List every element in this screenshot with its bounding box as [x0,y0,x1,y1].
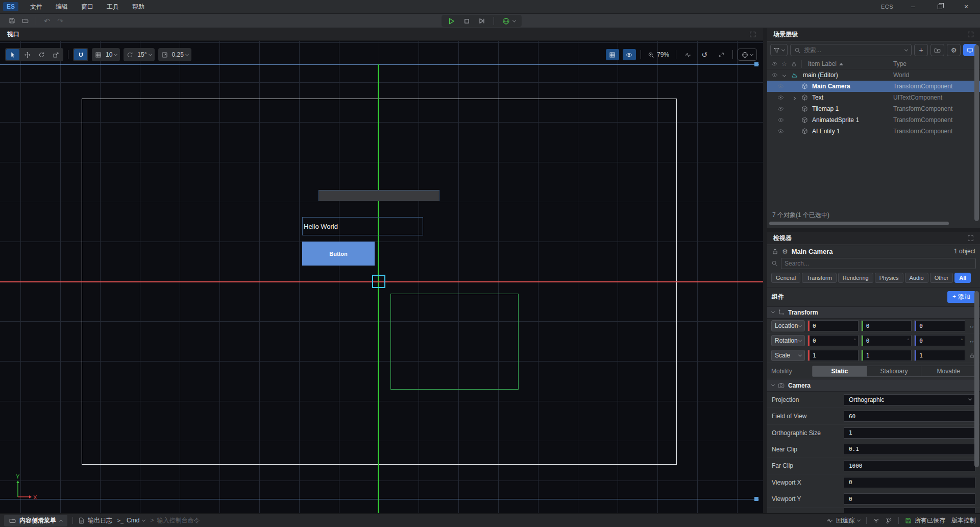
location-y-input[interactable]: 0 [861,320,912,331]
hierarchy-row-text[interactable]: Text UITextComponent [767,92,980,103]
tab-general[interactable]: General [771,273,800,283]
save-status-button[interactable]: 所有已保存 [905,516,945,525]
scale-z-input[interactable]: 1 [914,350,965,361]
hierarchy-search[interactable] [790,44,912,56]
bounds-handle[interactable] [754,62,758,66]
tab-audio[interactable]: Audio [905,273,928,283]
collapse-chevron[interactable] [783,71,786,79]
tab-transform[interactable]: Transform [802,273,837,283]
ui-button-object[interactable]: Button [302,242,375,266]
vertical-scrollbar[interactable] [974,291,979,467]
expand-panel-button[interactable] [967,31,974,38]
visibility-eye-icon[interactable] [777,128,784,135]
menu-help[interactable]: 帮助 [126,1,151,13]
visibility-eye-icon[interactable] [777,117,784,124]
add-folder-button[interactable] [930,44,944,56]
scale-y-input[interactable]: 1 [861,350,912,361]
play-button[interactable] [448,17,455,25]
scene-canvas[interactable]: 10 15° 0.25 [0,41,763,513]
cmd-dropdown[interactable]: >_ Cmd [117,517,145,524]
menu-tools[interactable]: 工具 [100,1,126,13]
location-x-input[interactable]: 0 [807,320,859,331]
select-tool-button[interactable] [6,49,19,60]
rotation-z-input[interactable]: 0° [914,335,965,346]
maximize-button[interactable] [933,4,946,10]
ui-slider-object[interactable] [318,190,439,201]
hierarchy-row-tilemap[interactable]: Tilemap 1 TransformComponent [767,103,980,114]
menu-window[interactable]: 窗口 [75,1,100,13]
far-clip-input[interactable]: 1000 [844,460,975,471]
menu-file[interactable]: 文件 [23,1,49,13]
hierarchy-row-main-camera[interactable]: Main Camera TransformComponent [767,81,980,92]
rotation-y-input[interactable]: 0° [861,335,912,346]
location-z-input[interactable]: 0 [914,320,965,331]
trace-dropdown[interactable]: 回追踪 [826,516,860,525]
mobility-stationary[interactable]: Stationary [867,366,922,376]
gear-icon[interactable]: ⚙ [782,248,788,255]
grid-snap-dropdown[interactable]: 10 [92,48,120,61]
run-target-dropdown[interactable] [502,17,516,25]
viewport-x-input[interactable]: 0 [844,477,975,488]
camera-section-header[interactable]: Camera [767,379,980,392]
scale-x-input[interactable]: 1 [807,350,859,361]
camera-view-dropdown[interactable] [738,49,757,61]
menu-edit[interactable]: 编辑 [49,1,75,13]
snap-toggle-button[interactable] [74,49,87,60]
step-button[interactable] [478,17,485,25]
save-button[interactable] [5,15,18,27]
mobility-static[interactable]: Static [813,366,867,376]
viewport-y-input[interactable]: 0 [844,493,975,505]
inspector-search[interactable] [781,258,976,269]
output-log-button[interactable]: 输出日志 [78,516,112,525]
lock-icon[interactable] [772,248,778,255]
bounds-handle[interactable] [754,497,758,501]
version-control-button[interactable]: 版本控制 [951,516,976,525]
console-command-input[interactable]: > 输入控制台命令 [150,516,200,525]
tab-rendering[interactable]: Rendering [838,273,873,283]
tab-physics[interactable]: Physics [875,273,903,283]
field-of-view-input[interactable]: 60 [844,411,975,422]
inspector-search-input[interactable] [785,260,972,267]
projection-dropdown[interactable]: Orthographic [844,394,975,405]
scale-selector[interactable]: Scale [771,350,805,361]
visibility-eye-icon[interactable] [771,72,778,79]
hierarchy-search-input[interactable] [804,46,902,54]
expand-panel-button[interactable] [749,31,756,38]
source-control-button[interactable] [886,517,892,524]
stop-button[interactable] [463,18,470,25]
scrollbar-thumb[interactable] [769,222,949,225]
column-item-label[interactable]: Item Label [808,60,843,67]
expand-chevron[interactable] [793,94,795,101]
redo-button[interactable]: ↷ [54,15,67,27]
open-folder-button[interactable] [18,15,32,27]
zoom-indicator[interactable]: 79% [646,51,671,58]
visibility-eye-icon[interactable] [777,106,784,112]
hierarchy-row-ai-entity[interactable]: AI Entity 1 TransformComponent [767,126,980,137]
visibility-eye-icon[interactable] [777,94,784,101]
stats-button[interactable] [681,49,694,60]
expand-panel-button[interactable] [967,235,974,242]
content-drawer-button[interactable]: 内容侧滑菜单 [4,515,67,526]
selection-gizmo-box[interactable] [372,275,385,288]
rotation-selector[interactable]: Rotation [771,335,805,346]
hierarchy-row-animatedsprite[interactable]: AnimatedSprite 1 TransformComponent [767,114,980,126]
ui-text-object[interactable]: Hello World [302,217,423,235]
scale-tool-button[interactable] [49,49,62,60]
minimize-button[interactable]: ─ [906,4,920,10]
column-type[interactable]: Type [893,60,906,67]
tab-other[interactable]: Other [930,273,953,283]
hierarchy-row-main[interactable]: main (Editor) World [767,69,980,81]
orthographic-size-input[interactable]: 1 [844,427,975,439]
undo-button[interactable]: ↶ [40,15,54,27]
horizontal-scrollbar[interactable] [769,222,978,226]
hierarchy-settings-button[interactable]: ⚙ [947,44,961,56]
near-clip-input[interactable]: 0.1 [844,444,975,455]
mobility-movable[interactable]: Movable [921,366,975,376]
add-entity-button[interactable]: + [914,44,928,56]
visibility-toggle-button[interactable] [623,49,636,60]
app-logo[interactable]: ES [3,2,18,11]
add-component-button[interactable]: + 添加 [947,291,975,303]
visibility-eye-icon[interactable] [777,83,784,90]
tab-all[interactable]: All [954,273,971,283]
rotation-x-input[interactable]: 0° [807,335,859,346]
